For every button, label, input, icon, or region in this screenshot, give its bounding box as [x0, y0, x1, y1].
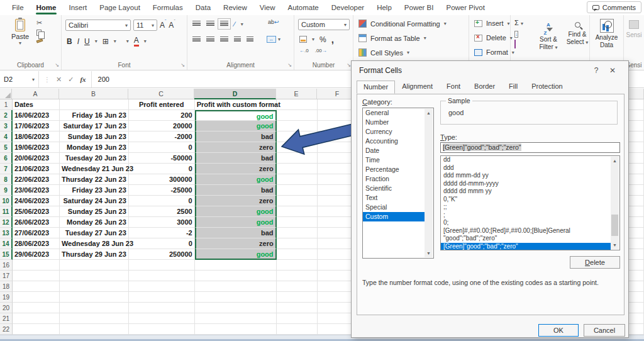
cell-a19[interactable] [13, 292, 60, 303]
row-header-9[interactable]: 9 [0, 185, 13, 196]
select-all-button[interactable] [0, 89, 12, 99]
cell-a18[interactable] [13, 281, 60, 292]
category-item-percentage[interactable]: Percentage [363, 165, 425, 174]
row-header-2[interactable]: 2 [0, 110, 13, 121]
help-icon[interactable]: ? [588, 66, 604, 75]
cell-b4[interactable]: Sunday 18 Jun 23 [60, 131, 129, 142]
category-item-scientific[interactable]: Scientific [363, 184, 425, 193]
row-header-18[interactable]: 18 [0, 281, 13, 292]
type-input[interactable]: [Green]"good";"bad";"zero" [440, 142, 620, 153]
cell-b2[interactable]: Friday 16 Jun 23 [60, 110, 129, 121]
cell-d8[interactable]: good [195, 174, 277, 185]
row-header-10[interactable]: 10 [0, 196, 13, 206]
cell-a15[interactable]: 29/06/2023 [13, 249, 60, 260]
cell-c19[interactable] [129, 292, 195, 303]
dialog-tab-protection[interactable]: Protection [525, 80, 570, 93]
dialog-tab-number[interactable]: Number [357, 81, 395, 94]
cell-c13[interactable]: -2 [129, 228, 195, 238]
cell-b12[interactable]: Monday 26 Jun 23 [60, 217, 129, 228]
type-option[interactable]: ;; [441, 203, 611, 211]
cell-d9[interactable]: bad [195, 185, 277, 196]
cell-c16[interactable] [129, 260, 195, 271]
cell-e1[interactable] [277, 99, 318, 110]
cell-e5[interactable] [277, 142, 318, 153]
menu-tab-review[interactable]: Review [218, 1, 253, 14]
cell-c21[interactable] [129, 313, 195, 324]
borders-button[interactable]: ⊞ [103, 37, 109, 46]
cell-d7[interactable]: zero [195, 164, 277, 174]
cell-a4[interactable]: 18/06/2023 [13, 131, 60, 142]
chevron-down-icon[interactable]: ▾ [144, 38, 147, 44]
alignment-dialog-launcher-icon[interactable]: ↘ [287, 62, 292, 68]
format-as-table-button[interactable]: Format as Table ▾ [358, 34, 426, 42]
row-header-1[interactable]: 1 [0, 99, 13, 110]
chevron-down-icon[interactable]: ▾ [95, 38, 97, 44]
type-option[interactable]: 0; [441, 219, 611, 227]
clear-button[interactable] [514, 40, 523, 48]
cell-d13[interactable]: bad [195, 228, 277, 238]
cell-b22[interactable] [60, 324, 129, 335]
clipboard-dialog-launcher-icon[interactable]: ↘ [55, 62, 59, 68]
column-header-a[interactable]: A [12, 89, 59, 99]
type-option[interactable]: "good";"bad";"zero" [441, 235, 611, 243]
row-header-20[interactable]: 20 [0, 303, 13, 313]
paste-button[interactable]: Paste ▾ [9, 19, 31, 46]
cell-d21[interactable] [195, 313, 277, 324]
cell-d12[interactable]: good [195, 217, 277, 228]
cell-a1[interactable]: Dates [13, 99, 60, 110]
type-scrollbar[interactable]: ▲ ▼ [611, 157, 619, 249]
cell-a8[interactable]: 22/06/2023 [13, 174, 60, 185]
accounting-format-icon[interactable] [299, 36, 307, 43]
cell-b1[interactable] [60, 99, 129, 110]
cell-d11[interactable]: good [195, 206, 277, 217]
row-header-11[interactable]: 11 [0, 206, 13, 217]
align-right-button[interactable] [220, 36, 228, 43]
cell-d10[interactable]: zero [195, 196, 277, 206]
column-header-e[interactable]: E [276, 89, 317, 99]
middle-align-button[interactable] [206, 21, 214, 27]
find-select-button[interactable]: Find &Select ▾ [565, 20, 590, 47]
cell-d2[interactable]: good [195, 110, 277, 121]
cell-d3[interactable]: good [195, 121, 277, 131]
bottom-align-button[interactable] [220, 21, 228, 27]
cell-e20[interactable] [277, 303, 318, 313]
drag-handle-icon[interactable]: ⋮ [44, 76, 50, 83]
cell-e8[interactable] [277, 174, 318, 185]
menu-tab-home[interactable]: Home [31, 1, 62, 14]
menu-tab-developer[interactable]: Developer [326, 1, 370, 14]
cell-a17[interactable] [13, 271, 60, 281]
cell-a5[interactable]: 19/06/2023 [13, 142, 60, 153]
confirm-entry-icon[interactable]: ✓ [68, 75, 74, 84]
cell-e7[interactable] [277, 164, 318, 174]
cell-c10[interactable]: 0 [129, 196, 195, 206]
insert-function-icon[interactable]: fx [80, 75, 86, 83]
row-header-3[interactable]: 3 [0, 121, 13, 131]
row-header-4[interactable]: 4 [0, 131, 13, 142]
grow-font-button[interactable]: Aˆ [160, 21, 166, 30]
format-button[interactable]: Format ▾ [474, 48, 514, 56]
category-item-accounting[interactable]: Accounting [363, 137, 425, 146]
cell-b5[interactable]: Monday 19 Jun 23 [60, 142, 129, 153]
type-option[interactable]: dd [441, 156, 611, 164]
scroll-up-icon[interactable]: ▲ [425, 109, 433, 117]
cell-c17[interactable] [129, 271, 195, 281]
cell-e18[interactable] [277, 281, 318, 292]
menu-tab-power-bi[interactable]: Power BI [399, 1, 440, 14]
dialog-tab-alignment[interactable]: Alignment [395, 80, 440, 93]
autosum-button[interactable]: Σ ▾ [514, 19, 523, 26]
cell-c2[interactable]: 200 [129, 110, 195, 121]
chevron-down-icon[interactable]: ▾ [126, 38, 129, 44]
fill-button[interactable]: ↓ [514, 30, 523, 37]
name-box[interactable]: D2 ▾ [0, 71, 39, 87]
font-size-select[interactable]: 11 ▾ [133, 20, 157, 31]
analyze-data-button[interactable]: AnalyzeData [590, 19, 623, 49]
cell-e10[interactable] [277, 196, 318, 206]
cell-e19[interactable] [277, 292, 318, 303]
scroll-up-icon[interactable]: ▲ [611, 157, 619, 165]
category-item-currency[interactable]: Currency [363, 127, 425, 137]
cell-b14[interactable]: Wednesday 28 Jun 23 [60, 238, 129, 249]
scroll-down-icon[interactable]: ▼ [425, 249, 433, 257]
cell-a16[interactable] [13, 260, 60, 271]
cell-d15[interactable]: good [195, 249, 277, 260]
cell-b17[interactable] [60, 271, 129, 281]
